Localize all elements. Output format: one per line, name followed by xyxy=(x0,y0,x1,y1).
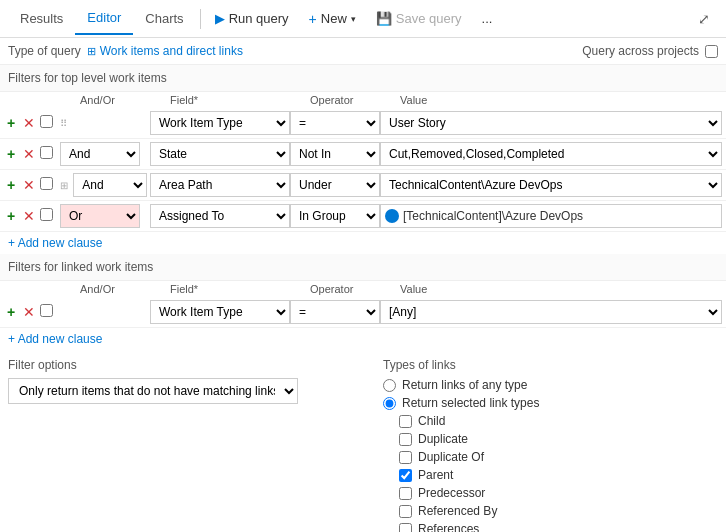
value-col-header: Value xyxy=(400,94,722,106)
query-across-projects: Query across projects xyxy=(582,44,718,58)
parent-link-checkbox[interactable] xyxy=(399,469,412,482)
duplicate-link-option: Duplicate xyxy=(399,432,718,446)
tab-charts[interactable]: Charts xyxy=(133,3,195,34)
row-1-checkbox[interactable] xyxy=(40,115,53,128)
tab-bar: Results Editor Charts ▶ Run query + New … xyxy=(0,0,726,38)
row-4-checkbox[interactable] xyxy=(40,208,53,221)
add-row-2-button[interactable]: + xyxy=(4,145,18,163)
filter-options-select[interactable]: Only return items that do not have match… xyxy=(8,378,298,404)
andor-col-header: And/Or xyxy=(80,94,170,106)
filter-options-title: Filter options xyxy=(8,358,343,372)
chevron-down-icon: ▾ xyxy=(351,14,356,24)
query-across-checkbox[interactable] xyxy=(705,45,718,58)
row-2-operator-select[interactable]: Not In xyxy=(290,142,380,166)
row-3-field-select[interactable]: Area Path xyxy=(150,173,290,197)
add-linked-clause-button[interactable]: + Add new clause xyxy=(0,328,726,350)
more-button[interactable]: ... xyxy=(472,5,503,32)
divider xyxy=(200,9,201,29)
linked-row-1-value-select[interactable]: [Any] xyxy=(380,300,722,324)
linked-field-col-header: Field* xyxy=(170,283,310,295)
row-3-operator-select[interactable]: Under xyxy=(290,173,380,197)
references-link-checkbox[interactable] xyxy=(399,523,412,533)
row-4-operator-select[interactable]: In Group xyxy=(290,204,380,228)
row-1-actions: + ✕ xyxy=(4,114,40,132)
child-link-option: Child xyxy=(399,414,718,428)
child-link-label: Child xyxy=(418,414,445,428)
row-4-value-text: [TechnicalContent]\Azure DevOps xyxy=(403,209,583,223)
row-2-actions: + ✕ xyxy=(4,145,40,163)
filter-options-left: Filter options Only return items that do… xyxy=(8,358,343,532)
filter-options-section: Filter options Only return items that do… xyxy=(0,350,726,532)
add-linked-row-1-button[interactable]: + xyxy=(4,303,18,321)
add-top-clause-button[interactable]: + Add new clause xyxy=(0,232,726,254)
return-selected-type-option: Return selected link types xyxy=(383,396,718,410)
linked-filter-row-1: + ✕ Work Item Type = [Any] xyxy=(0,297,726,328)
linked-filter-column-headers: And/Or Field* Operator Value xyxy=(0,281,726,297)
row-3-actions: + ✕ xyxy=(4,176,40,194)
predecessor-link-option: Predecessor xyxy=(399,486,718,500)
run-icon: ▶ xyxy=(215,11,225,26)
remove-row-3-button[interactable]: ✕ xyxy=(20,176,38,194)
plus-icon: + xyxy=(309,11,317,27)
row-4-field-select[interactable]: Assigned To xyxy=(150,204,290,228)
return-selected-type-radio[interactable] xyxy=(383,397,396,410)
query-type-row: Type of query ⊞ Work items and direct li… xyxy=(0,38,726,65)
table-icon: ⊞ xyxy=(87,45,96,58)
types-of-links: Types of links Return links of any type … xyxy=(383,358,718,532)
referenced-by-link-checkbox[interactable] xyxy=(399,505,412,518)
reorder-icon-1: ⠿ xyxy=(60,118,67,129)
azure-devops-icon xyxy=(385,209,399,223)
expand-icon[interactable]: ⤢ xyxy=(690,7,718,31)
remove-row-4-button[interactable]: ✕ xyxy=(20,207,38,225)
linked-row-1-field-select[interactable]: Work Item Type xyxy=(150,300,290,324)
save-query-button[interactable]: 💾 Save query xyxy=(366,5,472,32)
query-type-value[interactable]: ⊞ Work items and direct links xyxy=(87,44,243,58)
remove-row-2-button[interactable]: ✕ xyxy=(20,145,38,163)
save-icon: 💾 xyxy=(376,11,392,26)
predecessor-link-checkbox[interactable] xyxy=(399,487,412,500)
row-3-checkbox[interactable] xyxy=(40,177,53,190)
row-3-value-select[interactable]: TechnicalContent\Azure DevOps xyxy=(380,173,722,197)
row-2-value-select[interactable]: Cut,Removed,Closed,Completed xyxy=(380,142,722,166)
linked-row-1-operator-select[interactable]: = xyxy=(290,300,380,324)
link-type-radio-group: Return links of any type Return selected… xyxy=(383,378,718,532)
remove-row-1-button[interactable]: ✕ xyxy=(20,114,38,132)
add-row-1-button[interactable]: + xyxy=(4,114,18,132)
row-1-value-select[interactable]: User Story xyxy=(380,111,722,135)
new-button[interactable]: + New ▾ xyxy=(299,5,366,33)
add-row-3-button[interactable]: + xyxy=(4,176,18,194)
duplicate-of-link-option: Duplicate Of xyxy=(399,450,718,464)
row-2-andor-select[interactable]: And Or xyxy=(60,142,140,166)
child-link-checkbox[interactable] xyxy=(399,415,412,428)
field-col-header: Field* xyxy=(170,94,310,106)
return-any-type-radio[interactable] xyxy=(383,379,396,392)
predecessor-link-label: Predecessor xyxy=(418,486,485,500)
row-4-value-display[interactable]: [TechnicalContent]\Azure DevOps xyxy=(380,204,722,228)
parent-link-option: Parent xyxy=(399,468,718,482)
query-type-label: Type of query xyxy=(8,44,81,58)
parent-link-label: Parent xyxy=(418,468,453,482)
linked-row-1-actions: + ✕ xyxy=(4,303,40,321)
row-4-andor-select[interactable]: Or And xyxy=(60,204,140,228)
tab-editor[interactable]: Editor xyxy=(75,2,133,35)
tab-results[interactable]: Results xyxy=(8,3,75,34)
filter-column-headers: And/Or Field* Operator Value xyxy=(0,92,726,108)
add-row-4-button[interactable]: + xyxy=(4,207,18,225)
row-1-field-select[interactable]: Work Item Type xyxy=(150,111,290,135)
referenced-by-link-label: Referenced By xyxy=(418,504,497,518)
remove-linked-row-1-button[interactable]: ✕ xyxy=(20,303,38,321)
top-filter-row-3: + ✕ ⊞ And Or Area Path Under TechnicalCo… xyxy=(0,170,726,201)
linked-row-1-checkbox[interactable] xyxy=(40,304,53,317)
row-2-checkbox[interactable] xyxy=(40,146,53,159)
duplicate-of-link-label: Duplicate Of xyxy=(418,450,484,464)
row-1-operator-select[interactable]: = xyxy=(290,111,380,135)
linked-operator-col-header: Operator xyxy=(310,283,400,295)
expand-area: ⤢ xyxy=(690,7,718,31)
duplicate-link-checkbox[interactable] xyxy=(399,433,412,446)
run-query-button[interactable]: ▶ Run query xyxy=(205,5,299,32)
row-3-andor-select[interactable]: And Or xyxy=(73,173,147,197)
return-selected-type-label: Return selected link types xyxy=(402,396,539,410)
row-2-field-select[interactable]: State xyxy=(150,142,290,166)
duplicate-of-link-checkbox[interactable] xyxy=(399,451,412,464)
references-link-label: References xyxy=(418,522,479,532)
